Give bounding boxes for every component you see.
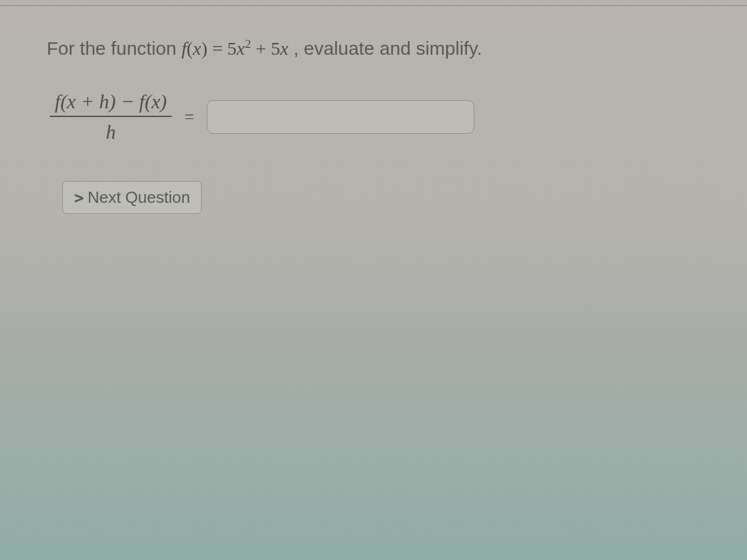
equals-sign: = bbox=[184, 107, 194, 127]
question-prompt: For the function f(x) = 5x2 + 5x, evalua… bbox=[47, 37, 700, 59]
chevron-right-icon: > bbox=[74, 189, 84, 207]
next-question-button[interactable]: > Next Question bbox=[62, 181, 202, 214]
function-definition: f(x) = 5x2 + 5x bbox=[181, 37, 288, 59]
prompt-suffix: , evaluate and simplify. bbox=[293, 38, 482, 59]
prompt-prefix: For the function bbox=[47, 38, 176, 59]
difference-quotient-row: f(x + h) − f(x) h = bbox=[50, 90, 700, 144]
answer-input[interactable] bbox=[207, 100, 474, 134]
fraction-denominator: h bbox=[106, 117, 116, 144]
fraction-numerator: f(x + h) − f(x) bbox=[50, 90, 172, 117]
difference-quotient-fraction: f(x + h) − f(x) h bbox=[50, 90, 172, 144]
next-question-label: Next Question bbox=[88, 188, 190, 207]
